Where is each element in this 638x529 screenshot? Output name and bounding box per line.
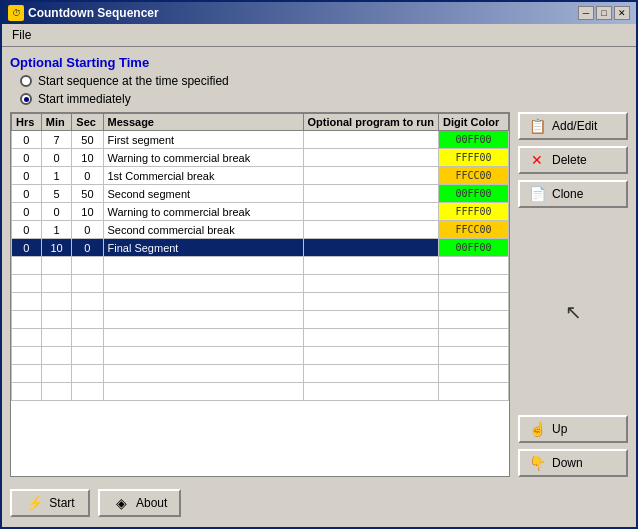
cell-hrs: 0 xyxy=(12,203,42,221)
cell-color: 00FF00 xyxy=(439,131,509,149)
table-row[interactable]: 0 0 10 Warning to commercial break FFFF0… xyxy=(12,149,509,167)
cell-empty xyxy=(72,293,103,311)
table-row[interactable]: 0 10 0 Final Segment 00FF00 xyxy=(12,239,509,257)
cell-empty xyxy=(439,293,509,311)
cell-hrs: 0 xyxy=(12,131,42,149)
cell-empty xyxy=(103,311,303,329)
table-row[interactable]: 0 0 10 Warning to commercial break FFFF0… xyxy=(12,203,509,221)
menu-bar: File xyxy=(2,24,636,47)
cell-empty xyxy=(41,311,71,329)
table-container: Hrs Min Sec Message Optional program to … xyxy=(10,112,510,477)
cell-sec: 0 xyxy=(72,239,103,257)
cell-message: 1st Commercial break xyxy=(103,167,303,185)
cell-empty xyxy=(41,347,71,365)
cell-empty xyxy=(41,365,71,383)
right-panel: 📋 Add/Edit ✕ Delete 📄 Clone ↖ ☝ xyxy=(518,112,628,477)
cell-program xyxy=(303,131,439,149)
menu-file[interactable]: File xyxy=(6,26,37,44)
minimize-button[interactable]: ─ xyxy=(578,6,594,20)
down-button[interactable]: 👇 Down xyxy=(518,449,628,477)
table-row-empty[interactable] xyxy=(12,347,509,365)
cell-empty xyxy=(439,257,509,275)
cell-hrs: 0 xyxy=(12,221,42,239)
cell-message: Second commercial break xyxy=(103,221,303,239)
cell-empty xyxy=(439,347,509,365)
table-row[interactable]: 0 1 0 Second commercial break FFCC00 xyxy=(12,221,509,239)
cell-sec: 50 xyxy=(72,131,103,149)
cell-empty xyxy=(439,383,509,401)
table-row-empty[interactable] xyxy=(12,257,509,275)
cell-hrs: 0 xyxy=(12,167,42,185)
cell-empty xyxy=(72,329,103,347)
cell-empty xyxy=(41,383,71,401)
radio-row-1[interactable]: Start immediately xyxy=(20,92,628,106)
optional-time-section: Optional Starting Time Start sequence at… xyxy=(10,55,628,106)
cell-program xyxy=(303,167,439,185)
down-label: Down xyxy=(552,456,583,470)
cell-color: 00FF00 xyxy=(439,239,509,257)
up-button[interactable]: ☝ Up xyxy=(518,415,628,443)
table-row-empty[interactable] xyxy=(12,329,509,347)
cell-hrs: 0 xyxy=(12,239,42,257)
add-edit-button[interactable]: 📋 Add/Edit xyxy=(518,112,628,140)
cell-empty xyxy=(439,275,509,293)
start-button[interactable]: ⚡ Start xyxy=(10,489,90,517)
radio-row-0[interactable]: Start sequence at the time specified xyxy=(20,74,628,88)
col-min: Min xyxy=(41,114,71,131)
add-edit-icon: 📋 xyxy=(528,118,546,134)
delete-label: Delete xyxy=(552,153,587,167)
cell-empty xyxy=(303,383,439,401)
cell-empty xyxy=(439,329,509,347)
delete-icon: ✕ xyxy=(528,152,546,168)
cell-empty xyxy=(103,383,303,401)
bottom-buttons: ⚡ Start ◈ About xyxy=(10,483,628,519)
content-area: Optional Starting Time Start sequence at… xyxy=(2,47,636,527)
cell-min: 0 xyxy=(41,149,71,167)
close-button[interactable]: ✕ xyxy=(614,6,630,20)
table-row-empty[interactable] xyxy=(12,365,509,383)
table-row-empty[interactable] xyxy=(12,293,509,311)
cursor-icon: ↖ xyxy=(565,300,582,324)
cell-empty xyxy=(72,311,103,329)
col-program: Optional program to run xyxy=(303,114,439,131)
main-window: ⏱ Countdown Sequencer ─ □ ✕ File Optiona… xyxy=(0,0,638,529)
cell-min: 10 xyxy=(41,239,71,257)
cell-message: First segment xyxy=(103,131,303,149)
cell-program xyxy=(303,203,439,221)
cursor-area: ↖ xyxy=(518,214,628,409)
app-icon: ⏱ xyxy=(8,5,24,21)
table-row-empty[interactable] xyxy=(12,275,509,293)
table-row[interactable]: 0 5 50 Second segment 00FF00 xyxy=(12,185,509,203)
radio-label-0: Start sequence at the time specified xyxy=(38,74,229,88)
radio-start-specified[interactable] xyxy=(20,75,32,87)
about-icon: ◈ xyxy=(112,495,130,511)
clone-button[interactable]: 📄 Clone xyxy=(518,180,628,208)
delete-button[interactable]: ✕ Delete xyxy=(518,146,628,174)
up-down-buttons: ☝ Up 👇 Down xyxy=(518,415,628,477)
cell-min: 0 xyxy=(41,203,71,221)
cell-color: FFFF00 xyxy=(439,203,509,221)
maximize-button[interactable]: □ xyxy=(596,6,612,20)
cell-program xyxy=(303,185,439,203)
cell-empty xyxy=(303,293,439,311)
cell-empty xyxy=(103,293,303,311)
cell-empty xyxy=(303,329,439,347)
table-scroll[interactable]: Hrs Min Sec Message Optional program to … xyxy=(11,113,509,476)
cell-empty xyxy=(439,365,509,383)
cell-empty xyxy=(103,365,303,383)
down-icon: 👇 xyxy=(528,455,546,471)
cell-empty xyxy=(72,257,103,275)
cell-empty xyxy=(72,347,103,365)
table-row-empty[interactable] xyxy=(12,383,509,401)
table-row[interactable]: 0 1 0 1st Commercial break FFCC00 xyxy=(12,167,509,185)
cell-message: Warning to commercial break xyxy=(103,203,303,221)
cell-empty xyxy=(12,311,42,329)
about-button[interactable]: ◈ About xyxy=(98,489,181,517)
title-buttons: ─ □ ✕ xyxy=(578,6,630,20)
radio-start-immediately[interactable] xyxy=(20,93,32,105)
cell-empty xyxy=(12,329,42,347)
table-row-empty[interactable] xyxy=(12,311,509,329)
cell-program xyxy=(303,239,439,257)
table-row[interactable]: 0 7 50 First segment 00FF00 xyxy=(12,131,509,149)
cell-empty xyxy=(41,293,71,311)
